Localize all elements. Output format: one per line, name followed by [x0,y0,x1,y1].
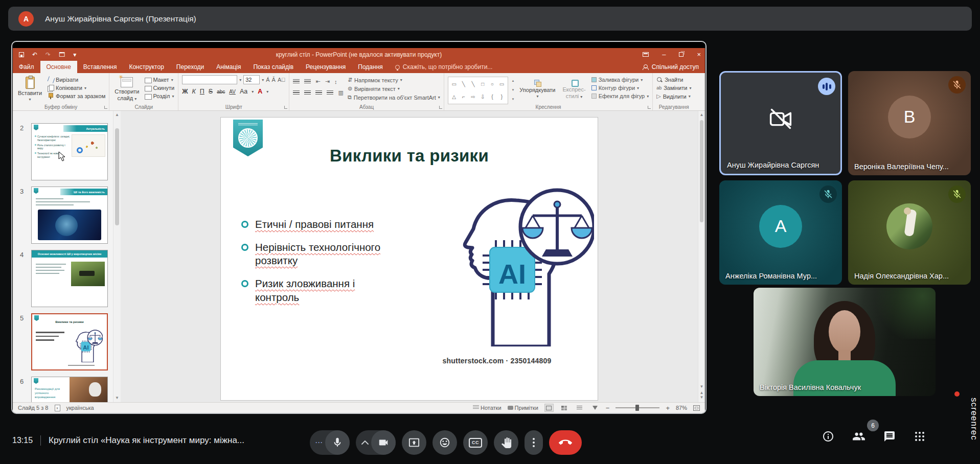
slide-sorter-view-button[interactable] [560,404,569,412]
more-options-button[interactable] [525,430,543,455]
scroll-down-icon[interactable]: ▼ [113,396,121,400]
scrollbar-thumb[interactable] [700,120,703,222]
qat-more-icon[interactable]: ▾ [73,52,76,58]
align-right-icon[interactable] [315,90,322,96]
change-case-button[interactable]: Aa [240,88,247,95]
tab-slideshow[interactable]: Показ слайдів [247,61,300,73]
participant-tile-viktoriia-video[interactable]: Вікторія Василівна Ковальчук [754,288,936,396]
tab-transitions[interactable]: Переходи [170,61,210,73]
apps-grid-icon[interactable] [914,430,926,443]
zoom-slider[interactable] [616,407,659,408]
shape-outline-button[interactable]: Контур фігури▾ [591,85,649,91]
shadow-button[interactable]: abc [217,89,225,95]
thumbnail-slide-3[interactable]: 3 ШІ та його важливість [31,187,108,244]
layout-button[interactable]: Макет▾ [145,77,174,83]
chat-icon[interactable] [883,430,896,443]
justify-icon[interactable] [327,90,333,96]
tell-me-box[interactable]: Скажіть, що потрібно зробити... [395,61,493,73]
current-slide-canvas[interactable]: Виклики та ризики Етичні / правові питан… [221,118,598,400]
grow-font-icon[interactable]: А́ [266,77,269,83]
slideshow-view-button[interactable] [590,404,600,412]
dialog-launcher-icon[interactable] [104,106,107,109]
scroll-down-icon[interactable]: ▼ [698,384,705,389]
paste-button[interactable]: Вставити▾ [16,75,43,103]
italic-button[interactable]: К [192,88,195,95]
font-color-button[interactable]: A [258,88,262,95]
people-icon[interactable] [852,430,865,443]
char-spacing-button[interactable]: AV [229,89,236,95]
participant-tile-anzhelika[interactable]: А Анжеліка Романівна Мур... [719,180,842,285]
bullets-icon[interactable] [293,79,300,84]
bold-button[interactable]: Ж [182,88,188,95]
thumbnail-slide-5-selected[interactable]: 5 Виклики та ризики [31,313,108,370]
zoom-out-icon[interactable]: − [606,405,610,411]
reset-button[interactable]: Скинути [145,85,174,91]
language-indicator[interactable]: українська [66,405,94,411]
section-button[interactable]: Розділ▾ [145,93,174,99]
line-spacing-icon[interactable]: ↕ [334,79,337,85]
captions-button[interactable]: CC [463,430,488,455]
info-icon[interactable] [822,430,834,443]
comments-toggle[interactable]: Примітки [508,405,538,411]
spellcheck-icon[interactable]: х [55,405,60,411]
font-size-combo[interactable]: 32 [243,75,260,84]
tab-animations[interactable]: Анімація [210,61,247,73]
dialog-launcher-icon[interactable] [648,106,651,109]
shape-effects-button[interactable]: Ефекти для фігур▾ [591,93,649,99]
close-icon[interactable]: × [697,51,701,58]
participant-tile-veronika[interactable]: В Вероніка Валеріївна Чепу... [848,71,971,175]
scroll-up-icon[interactable]: ▲ [113,112,121,117]
redo-icon[interactable]: ↷ [45,52,51,58]
new-slide-button[interactable]: Створитислайд ▾ [113,75,141,103]
clear-format-icon[interactable]: А⃠ [278,77,286,83]
mic-control[interactable]: ⋯ [310,430,350,455]
decrease-indent-icon[interactable]: ⇤ [315,78,320,85]
thumbnail-slide-2[interactable]: 2 Актуальність Сучасні конфлікти: складн… [31,123,108,180]
smartart-button[interactable]: ⧉Перетворити на об'єкт SmartArt▾ [348,94,440,101]
restore-icon[interactable] [679,52,683,57]
reactions-button[interactable] [432,430,457,455]
zoom-slider-thumb[interactable] [635,405,639,411]
format-painter-button[interactable]: Формат за зразком [48,93,105,99]
quick-styles-button[interactable]: Експрес-стилі ▾ [561,75,587,103]
notes-toggle[interactable]: Нотатки [473,405,502,411]
numbering-icon[interactable] [304,79,311,84]
editor-scrollbar[interactable]: ▲ ▼ ▲▼ [698,111,705,402]
copy-button[interactable]: Копіювати▾ [48,85,105,91]
reading-view-button[interactable] [575,404,584,412]
thumbnail-scrollbar[interactable]: ▲ ▼ [113,111,121,402]
align-center-icon[interactable] [304,90,311,96]
ribbon-options-icon[interactable] [643,52,649,57]
tab-file[interactable]: Файл [13,61,40,73]
replace-button[interactable]: abЗамінити▾ [656,85,691,91]
columns-icon[interactable]: ▥ [338,89,343,96]
zoom-level[interactable]: 87% [676,405,687,411]
participant-tile-nadiia[interactable]: Надія Олександрівна Хар... [848,180,971,285]
fit-slide-icon[interactable] [693,405,700,411]
cut-button[interactable]: Вирізати [48,77,105,83]
strikethrough-button[interactable]: S [209,88,213,95]
camera-button[interactable] [371,430,396,455]
save-icon[interactable] [19,52,24,57]
zoom-in-icon[interactable]: + [666,405,670,411]
shapes-scroll[interactable]: ▴▾▾ [512,77,514,103]
increase-indent-icon[interactable]: ⇥ [325,78,330,85]
tab-home[interactable]: Основне [40,61,77,73]
tab-insert[interactable]: Вставлення [77,61,123,73]
tab-design[interactable]: Конструктор [123,61,170,73]
scroll-up-icon[interactable]: ▲ [698,112,705,117]
presentation-banner[interactable]: А Ануш Жирайрівна Саргсян (Презентація) [8,7,972,31]
font-name-combo[interactable] [182,75,237,84]
scrollbar-thumb[interactable] [115,128,119,225]
prev-next-slide-buttons[interactable]: ▲▼ [698,390,705,400]
normal-view-button[interactable] [544,404,554,412]
text-direction-button[interactable]: ⇵Напрямок тексту▾ [348,77,440,83]
select-button[interactable]: ▷Виділити▾ [656,93,691,100]
dialog-launcher-icon[interactable] [439,106,442,109]
minimize-icon[interactable]: – [662,51,666,58]
shapes-gallery[interactable]: ▭╲╲□○▭ △⌐⇨⇩{} [448,77,508,104]
camera-control[interactable] [356,430,396,455]
raise-hand-button[interactable] [494,430,518,455]
align-left-icon[interactable] [293,90,300,96]
share-button[interactable]: Спільний доступ [643,61,699,73]
